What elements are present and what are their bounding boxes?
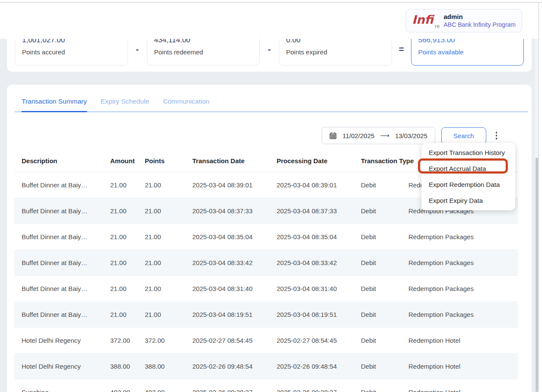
column-header-processing-date: Processing Date: [269, 151, 354, 172]
kebab-dot: [496, 132, 497, 133]
points-summary-panel: 1,001,027.00Points accured-434,114.00Poi…: [7, 39, 532, 72]
card-label: Points available: [418, 48, 517, 56]
table-cell: Hotel Delhi Regency: [14, 328, 103, 354]
infire-logo-icon: Infi re: [412, 14, 438, 27]
table-row[interactable]: Buffet Dinner at Baiy…21.0021.002025-03-…: [14, 302, 518, 328]
kebab-menu-icon[interactable]: [492, 130, 501, 141]
menu-item-export-redemption-data[interactable]: Export Redemption Data: [421, 177, 515, 193]
table-row[interactable]: Buffet Dinner at Baiy…21.0021.002025-03-…: [14, 224, 518, 250]
table-cell: 21.00: [103, 224, 137, 250]
table-cell: 2025-02-26 09:48:54: [269, 354, 354, 379]
table-cell: 2025-03-04 08:37:33: [269, 198, 354, 224]
table-cell: 2025-02-26 09:28:37: [269, 379, 354, 392]
card-label: Points expired: [286, 48, 385, 56]
table-cell: 21.00: [137, 276, 185, 302]
table-cell: 2025-03-04 08:33:42: [269, 250, 354, 276]
window-right-border: [539, 3, 539, 392]
table-cell: Redemption Packages: [401, 276, 518, 302]
date-to-value[interactable]: 13/03/2025: [395, 132, 427, 139]
table-cell: 21.00: [137, 224, 185, 250]
window-top-border: [0, 2, 542, 3]
menu-item-export-accrual-data[interactable]: Export Accrual Data: [421, 161, 515, 177]
user-badge[interactable]: Infi re admin ABC Bank Infinity Program: [405, 9, 522, 32]
table-cell: Redemption Hotel: [401, 328, 518, 354]
table-cell: 2025-03-04 08:35:04: [269, 224, 354, 250]
table-cell: Buffet Dinner at Baiy…: [14, 172, 103, 198]
table-cell: 2025-03-04 08:33:42: [185, 250, 269, 276]
table-cell: 388.00: [103, 354, 137, 379]
summary-operator: -: [260, 39, 279, 66]
scrollbar-thumb[interactable]: [536, 158, 538, 392]
table-cell: 372.00: [137, 328, 185, 354]
table-cell: Redemption Packages: [401, 250, 518, 276]
table-cell: 21.00: [137, 302, 185, 328]
summary-operator: =: [392, 39, 411, 66]
column-header-transaction-date: Transaction Date: [185, 151, 269, 172]
table-row[interactable]: Buffet Dinner at Baiy…21.0021.002025-03-…: [14, 276, 518, 302]
summary-row: 1,001,027.00Points accured-434,114.00Poi…: [15, 39, 524, 66]
column-header-transaction-type: Transaction Type: [354, 151, 401, 172]
column-header-points: Points: [137, 151, 185, 172]
table-cell: 403.00: [137, 379, 185, 392]
tab-communication[interactable]: Communication: [163, 98, 210, 112]
logo-sub-text: re: [434, 24, 440, 29]
table-row[interactable]: Hotel Delhi Regency388.00388.002025-02-2…: [14, 354, 518, 379]
date-range-arrow-icon: ⟶: [380, 132, 389, 139]
table-cell: Debit: [354, 198, 401, 224]
table-row[interactable]: Buffet Dinner at Baiy…21.0021.002025-03-…: [14, 250, 518, 276]
table-cell: Debit: [354, 328, 401, 354]
table-cell: 21.00: [137, 250, 185, 276]
table-cell: Buffet Dinner at Baiy…: [14, 224, 103, 250]
page-content: 1,001,027.00Points accured-434,114.00Poi…: [0, 39, 539, 392]
table-cell: 2025-03-04 08:31:40: [269, 276, 354, 302]
tab-transaction-summary[interactable]: Transaction Summary: [22, 98, 87, 112]
summary-card-points-expired: 0.00Points expired: [279, 39, 392, 66]
user-program: ABC Bank Infinity Program: [443, 21, 516, 28]
table-row[interactable]: Sunshine403.00403.002025-02-26 09:28:372…: [14, 379, 518, 392]
table-cell: 21.00: [137, 172, 185, 198]
search-button[interactable]: Search: [441, 127, 486, 144]
summary-operator: -: [128, 39, 147, 66]
table-cell: Redemption Packages: [401, 224, 518, 250]
card-value: 434,114.00: [154, 39, 253, 44]
table-cell: 2025-03-04 08:39:01: [185, 172, 269, 198]
toolbar: 11/02/2025 ⟶ 13/03/2025 Search: [7, 127, 501, 144]
user-name: admin: [443, 13, 516, 20]
app-window: Infi re admin ABC Bank Infinity Program …: [0, 0, 542, 392]
table-cell: 2025-02-27 08:54:45: [269, 328, 354, 354]
table-cell: Sunshine: [14, 379, 103, 392]
export-menu: Export Transaction HistoryExport Accrual…: [421, 143, 515, 210]
table-cell: 21.00: [103, 302, 137, 328]
calendar-icon: [329, 132, 337, 139]
table-cell: 2025-03-04 08:19:51: [269, 302, 354, 328]
table-cell: 21.00: [103, 172, 137, 198]
transactions-panel: Transaction SummaryExpiry ScheduleCommun…: [7, 85, 532, 392]
table-cell: Buffet Dinner at Baiy…: [14, 250, 103, 276]
table-cell: Buffet Dinner at Baiy…: [14, 276, 103, 302]
table-cell: Debit: [354, 354, 401, 379]
table-cell: 2025-03-04 08:19:51: [185, 302, 269, 328]
user-meta: admin ABC Bank Infinity Program: [443, 13, 516, 28]
table-cell: 21.00: [103, 276, 137, 302]
menu-item-export-transaction-history[interactable]: Export Transaction History: [421, 145, 515, 161]
table-row[interactable]: Hotel Delhi Regency372.00372.002025-02-2…: [14, 328, 518, 354]
card-value: 566,913.00: [418, 39, 517, 44]
summary-card-points-available: 566,913.00Points available: [411, 39, 524, 66]
table-cell: Debit: [354, 224, 401, 250]
tab-expiry-schedule[interactable]: Expiry Schedule: [101, 98, 149, 112]
table-cell: Redemption Hotel: [401, 354, 518, 379]
column-header-description: Description: [14, 151, 103, 172]
card-value: 1,001,027.00: [22, 39, 121, 44]
table-cell: 2025-02-26 09:48:54: [185, 354, 269, 379]
table-cell: 2025-03-04 08:35:04: [185, 224, 269, 250]
date-from-value[interactable]: 11/02/2025: [342, 132, 374, 139]
app-header: Infi re admin ABC Bank Infinity Program: [0, 3, 539, 39]
date-range-picker[interactable]: 11/02/2025 ⟶ 13/03/2025: [322, 127, 435, 144]
tabs: Transaction SummaryExpiry ScheduleCommun…: [15, 98, 528, 112]
table-cell: Redemption Packages: [401, 302, 518, 328]
menu-item-export-expiry-data[interactable]: Export Expiry Data: [421, 193, 515, 209]
table-cell: 2025-03-04 08:37:33: [185, 198, 269, 224]
table-cell: Hotel Delhi Regency: [14, 354, 103, 379]
table-cell: 21.00: [103, 250, 137, 276]
table-cell: 2025-03-04 08:39:01: [269, 172, 354, 198]
